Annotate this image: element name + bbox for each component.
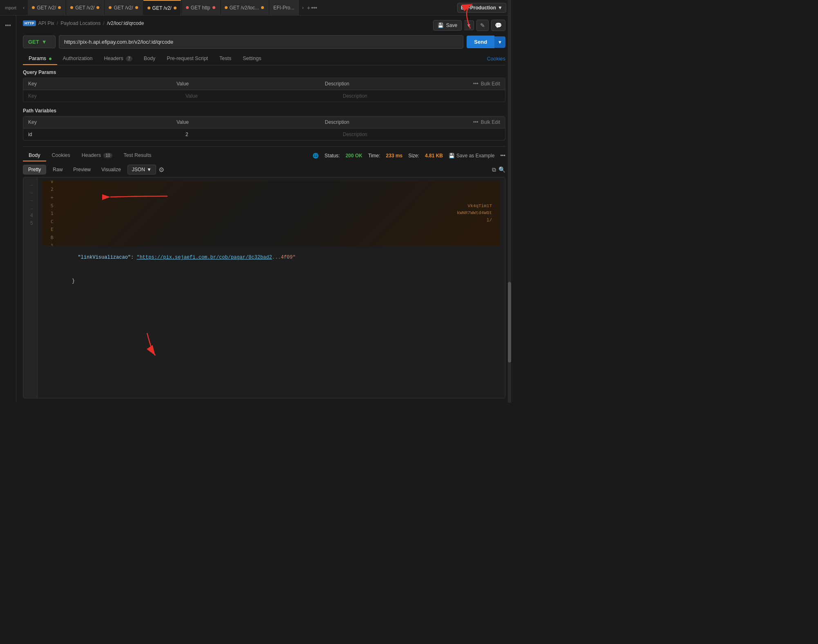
- resp-more-btn[interactable]: •••: [500, 153, 505, 159]
- tab-params-label: Params: [29, 56, 46, 61]
- main-content: HTTP API Pix / Payload Locations / /v2/l…: [17, 16, 511, 402]
- tab-authorization[interactable]: Authorization: [57, 53, 98, 65]
- qp-row1-desc[interactable]: Description: [338, 90, 495, 102]
- tab-auth-label: Authorization: [63, 56, 93, 61]
- qp-desc-col: Description: [320, 78, 468, 89]
- qp-row1-actions: [495, 90, 505, 102]
- query-params-table: Key Value Description ••• Bulk Edit Key …: [23, 78, 505, 102]
- resp-headers-badge: 10: [103, 153, 112, 158]
- tab-5-close-dot: [212, 6, 215, 9]
- code-key-link: "linkVisualizacao": [78, 255, 131, 260]
- env-selector[interactable]: EFI-Production ▼: [457, 3, 506, 13]
- blurred-right-3: l/: [457, 217, 492, 224]
- method-dropdown-icon: ▼: [42, 39, 47, 45]
- tab-4-active[interactable]: GET /v2/: [143, 0, 181, 16]
- tab-prev-btn[interactable]: ‹: [20, 3, 27, 12]
- cookies-link[interactable]: Cookies: [487, 56, 505, 62]
- tab-3-close-dot: [135, 6, 138, 9]
- tab-2-label: GET /v2/: [75, 5, 94, 11]
- comment-btn[interactable]: 💬: [491, 20, 505, 31]
- code-line-5: }: [42, 270, 500, 293]
- fmt-preview-btn[interactable]: Preview: [69, 165, 95, 174]
- breadcrumb-row: HTTP API Pix / Payload Locations / /v2/l…: [23, 20, 505, 31]
- tab-4-dot: [148, 7, 150, 9]
- breadcrumb-api-pix[interactable]: API Pix: [38, 20, 54, 26]
- method-label: GET: [28, 39, 39, 45]
- pv-bulk-col[interactable]: ••• Bulk Edit: [468, 116, 505, 128]
- resp-tab-tests[interactable]: Test Results: [118, 150, 157, 161]
- query-params-header: Key Value Description ••• Bulk Edit: [23, 78, 505, 90]
- resp-status-value: 200 OK: [346, 153, 362, 159]
- qp-value-col: Value: [172, 78, 320, 89]
- tab-params[interactable]: Params: [23, 53, 57, 65]
- fmt-raw-btn[interactable]: Raw: [49, 165, 67, 174]
- resp-meta: 🌐 Status: 200 OK Time: 233 ms Size: 4.81…: [313, 153, 505, 159]
- tab-tests[interactable]: Tests: [214, 53, 237, 65]
- tab-next-btn[interactable]: ›: [299, 3, 306, 12]
- resp-size-label: Size:: [408, 153, 419, 159]
- tab-1-dot: [32, 6, 35, 9]
- tab-5[interactable]: GET http: [182, 0, 220, 16]
- sidebar-toggle-btn[interactable]: •••: [2, 20, 13, 31]
- tab-prerequest-label: Pre-request Script: [167, 56, 208, 61]
- response-section: Body Cookies Headers 10 Test Results 🌐 S…: [23, 146, 505, 398]
- tab-settings[interactable]: Settings: [237, 53, 267, 65]
- send-btn-group: Send ▼: [467, 36, 505, 48]
- tab-3[interactable]: GET /v2/: [105, 0, 142, 16]
- search-response-btn[interactable]: 🔍: [498, 166, 505, 173]
- request-tabs: Params Authorization Headers 7 Body Pre-…: [23, 53, 505, 65]
- tab-more-btn[interactable]: •••: [311, 4, 317, 11]
- resp-headers-label: Headers: [82, 152, 101, 158]
- tab-add-btn[interactable]: +: [307, 4, 310, 11]
- path-var-row-id: id 2 Description: [23, 128, 505, 140]
- resp-tab-headers[interactable]: Headers 10: [76, 150, 118, 161]
- tab-1[interactable]: GET /v2/: [28, 0, 65, 16]
- qp-bulk-label: Bulk Edit: [481, 81, 500, 87]
- tab-4-label: GET /v2/: [152, 5, 172, 11]
- save-dropdown-btn[interactable]: ▼: [464, 20, 474, 30]
- pv-id-key[interactable]: id: [23, 129, 181, 140]
- qp-row1-key[interactable]: Key: [23, 90, 181, 102]
- format-selector[interactable]: JSON ▼: [127, 165, 156, 174]
- tab-bar-left-label: mport: [2, 5, 20, 10]
- copy-btn[interactable]: ⧉: [492, 166, 496, 173]
- tab-6[interactable]: GET /v2/loc...: [221, 0, 268, 16]
- save-button[interactable]: 💾 Save: [433, 20, 462, 31]
- send-dropdown-btn[interactable]: ▼: [494, 36, 505, 48]
- tab-body-label: Body: [144, 56, 156, 61]
- resp-tab-cookies[interactable]: Cookies: [46, 150, 76, 161]
- tab-7[interactable]: EFI-Pro...: [269, 0, 299, 16]
- send-button[interactable]: Send: [467, 36, 494, 48]
- code-content: mMDUMA1ME/EKUDU1YBKBSEWKd?ZUEKUYE4UJDWUY…: [38, 177, 505, 398]
- breadcrumb-current: /v2/loc/:id/qrcode: [107, 20, 144, 26]
- tab-headers[interactable]: Headers 7: [98, 53, 138, 65]
- tab-prerequest[interactable]: Pre-request Script: [161, 53, 214, 65]
- blurred-line10: 1: [51, 242, 285, 246]
- resp-time-label: Time:: [368, 153, 380, 159]
- fmt-pretty-btn[interactable]: Pretty: [23, 165, 46, 174]
- sidebar: •••: [0, 16, 16, 402]
- tab-body[interactable]: Body: [138, 53, 161, 65]
- blurred-line9: B: [51, 234, 285, 242]
- format-dropdown-icon: ▼: [147, 167, 152, 172]
- qp-bulk-col[interactable]: ••• Bulk Edit: [468, 78, 505, 89]
- method-select[interactable]: GET ▼: [23, 36, 56, 48]
- blurred-line6: 1: [51, 210, 285, 217]
- pv-id-value[interactable]: 2: [181, 129, 338, 140]
- filter-icon-btn[interactable]: ⚙: [159, 166, 164, 174]
- url-input[interactable]: [59, 35, 463, 49]
- pv-id-desc[interactable]: Description: [338, 129, 495, 140]
- resp-size-value: 4.81 KB: [425, 153, 443, 159]
- env-label: EFI-Production: [461, 5, 496, 11]
- code-line5-text: }: [72, 278, 75, 284]
- tab-2[interactable]: GET /v2/: [66, 0, 104, 16]
- tab-5-label: GET http: [191, 5, 210, 11]
- resp-status-label: Status:: [324, 153, 340, 159]
- format-label: JSON: [132, 167, 145, 172]
- fmt-visualize-btn[interactable]: Visualize: [97, 165, 125, 174]
- edit-btn[interactable]: ✎: [476, 20, 489, 31]
- breadcrumb-payload-locations[interactable]: Payload Locations: [60, 20, 101, 26]
- qp-row1-value[interactable]: Value: [181, 90, 338, 102]
- resp-tab-body[interactable]: Body: [23, 150, 46, 161]
- save-example-btn[interactable]: 💾 Save as Example: [449, 153, 494, 159]
